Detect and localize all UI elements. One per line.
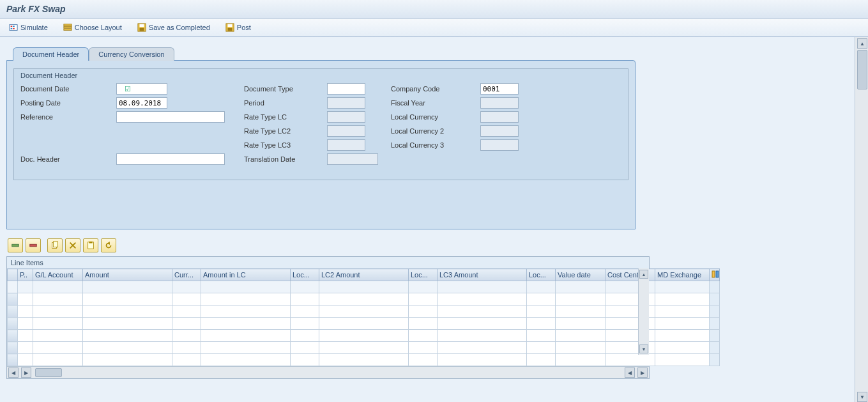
table-cell[interactable] — [291, 305, 319, 318]
table-cell[interactable] — [438, 305, 527, 318]
table-cell[interactable] — [409, 305, 438, 318]
table-cell[interactable] — [201, 330, 291, 342]
table-cell[interactable] — [83, 281, 172, 293]
table-cell[interactable] — [291, 342, 319, 354]
table-cell[interactable] — [201, 305, 291, 318]
col-header[interactable]: P.. — [18, 269, 33, 281]
page-vertical-scrollbar[interactable]: ▲ ▼ — [855, 37, 868, 402]
table-cell[interactable] — [172, 293, 201, 305]
col-header[interactable]: Curr... — [172, 269, 201, 281]
table-cell[interactable] — [409, 293, 438, 305]
table-cell[interactable] — [655, 293, 710, 305]
table-cell[interactable] — [655, 330, 710, 342]
table-cell[interactable] — [18, 330, 33, 342]
table-cell[interactable] — [319, 354, 409, 366]
col-header[interactable]: Loc... — [527, 269, 556, 281]
table-cell[interactable] — [83, 330, 172, 342]
table-cell[interactable] — [83, 293, 172, 305]
table-cell[interactable] — [556, 330, 605, 342]
row-selector[interactable] — [8, 330, 18, 342]
col-header[interactable]: Amount in LC — [201, 269, 291, 281]
table-cell[interactable] — [319, 281, 409, 293]
line-items-table[interactable]: P.. G/L Account Amount Curr... Amount in… — [7, 268, 720, 366]
table-cell[interactable] — [18, 281, 33, 293]
table-cell[interactable] — [201, 293, 291, 305]
table-cell[interactable] — [556, 293, 605, 305]
table-cell[interactable] — [291, 354, 319, 366]
table-cell[interactable] — [291, 318, 319, 330]
table-cell[interactable] — [438, 293, 527, 305]
table-cell[interactable] — [172, 305, 201, 318]
delete-row-button[interactable] — [26, 238, 41, 252]
table-cell[interactable] — [556, 342, 605, 354]
row-selector[interactable] — [8, 342, 18, 354]
table-cell[interactable] — [438, 354, 527, 366]
row-selector[interactable] — [8, 305, 18, 318]
page-scroll-down-icon[interactable]: ▼ — [857, 392, 867, 402]
table-cell[interactable] — [33, 293, 83, 305]
scroll-right-step-icon[interactable]: ▶ — [21, 367, 31, 378]
save-completed-button[interactable]: Save as Completed — [135, 22, 213, 33]
table-cell[interactable] — [291, 330, 319, 342]
table-cell[interactable] — [605, 354, 655, 366]
table-cell[interactable] — [527, 318, 556, 330]
table-cell[interactable] — [409, 354, 438, 366]
row-selector[interactable] — [8, 318, 18, 330]
table-vertical-scrollbar[interactable]: ▲ ▼ — [638, 268, 649, 355]
table-cell[interactable] — [319, 305, 409, 318]
col-header[interactable]: LC3 Amount — [438, 269, 527, 281]
table-cell[interactable] — [201, 318, 291, 330]
table-cell[interactable] — [83, 342, 172, 354]
table-cell[interactable] — [409, 330, 438, 342]
table-cell[interactable] — [83, 318, 172, 330]
table-cell[interactable] — [556, 281, 605, 293]
col-header[interactable]: Value date — [556, 269, 605, 281]
table-cell[interactable] — [172, 281, 201, 293]
table-cell[interactable] — [438, 342, 527, 354]
page-scroll-thumb[interactable] — [857, 50, 867, 89]
table-row[interactable] — [8, 354, 720, 366]
scroll-right-icon[interactable]: ▶ — [637, 367, 648, 378]
table-row[interactable] — [8, 305, 720, 318]
scroll-up-icon[interactable]: ▲ — [639, 270, 648, 279]
scroll-thumb[interactable] — [35, 368, 62, 377]
table-cell[interactable] — [33, 342, 83, 354]
table-cell[interactable] — [438, 318, 527, 330]
col-header[interactable]: Loc... — [291, 269, 319, 281]
table-cell[interactable] — [18, 354, 33, 366]
table-cell[interactable] — [527, 354, 556, 366]
scroll-down-icon[interactable]: ▼ — [639, 344, 648, 353]
table-cell[interactable] — [83, 354, 172, 366]
table-cell[interactable] — [33, 354, 83, 366]
scroll-left-step-icon[interactable]: ◀ — [625, 367, 635, 378]
col-header[interactable]: MD Exchange — [655, 269, 710, 281]
col-header[interactable]: G/L Account — [33, 269, 83, 281]
table-cell[interactable] — [409, 318, 438, 330]
row-selector[interactable] — [8, 293, 18, 305]
table-cell[interactable] — [319, 318, 409, 330]
table-cell[interactable] — [319, 342, 409, 354]
table-cell[interactable] — [319, 293, 409, 305]
table-cell[interactable] — [201, 354, 291, 366]
document-date-input[interactable] — [116, 83, 167, 95]
table-horizontal-scrollbar[interactable]: ◀ ▶ ◀ ▶ — [7, 366, 649, 378]
table-cell[interactable] — [655, 354, 710, 366]
table-cell[interactable] — [527, 305, 556, 318]
paste-button[interactable] — [83, 238, 98, 252]
col-header[interactable]: Amount — [83, 269, 172, 281]
table-cell[interactable] — [18, 342, 33, 354]
table-cell[interactable] — [33, 330, 83, 342]
table-cell[interactable] — [438, 330, 527, 342]
table-cell[interactable] — [83, 305, 172, 318]
table-cell[interactable] — [18, 318, 33, 330]
posting-date-input[interactable] — [116, 97, 167, 109]
table-cell[interactable] — [655, 318, 710, 330]
table-cell[interactable] — [655, 281, 710, 293]
tab-document-header[interactable]: Document Header — [13, 47, 89, 61]
copy-button[interactable] — [47, 238, 63, 252]
table-row[interactable] — [8, 342, 720, 354]
page-scroll-up-icon[interactable]: ▲ — [857, 38, 867, 49]
table-cell[interactable] — [33, 305, 83, 318]
col-header[interactable]: Loc... — [409, 269, 438, 281]
choose-layout-button[interactable]: Choose Layout — [61, 22, 125, 33]
